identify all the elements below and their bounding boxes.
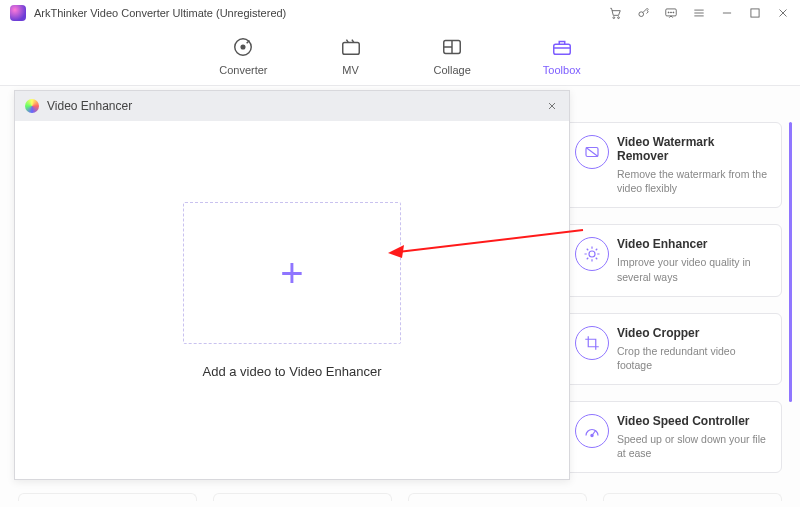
plus-icon: + (280, 253, 303, 293)
card-desc: Improve your video quality in several wa… (617, 255, 769, 283)
app-logo-icon (10, 5, 26, 21)
tab-label: Collage (434, 64, 471, 76)
tool-card-watermark-remover[interactable]: Video Watermark Remover Remove the water… (564, 122, 782, 208)
minimize-icon[interactable] (718, 4, 736, 22)
add-video-dropzone[interactable]: + (183, 202, 401, 344)
dialog-title: Video Enhancer (47, 99, 132, 113)
close-icon[interactable] (774, 4, 792, 22)
menu-icon[interactable] (690, 4, 708, 22)
svg-point-5 (671, 12, 672, 13)
tool-card-video-cropper[interactable]: Video Cropper Crop the redundant video f… (564, 313, 782, 385)
svg-point-14 (589, 251, 595, 257)
card-title: Video Cropper (617, 326, 769, 340)
card-desc: Remove the watermark from the video flex… (617, 167, 769, 195)
tab-label: Converter (219, 64, 267, 76)
svg-point-0 (613, 17, 615, 19)
card-desc: Speed up or slow down your file at ease (617, 432, 769, 460)
video-enhancer-dialog: Video Enhancer + Add a video to Video En… (14, 90, 570, 480)
svg-point-9 (242, 45, 246, 49)
toolbox-icon (551, 36, 573, 58)
key-icon[interactable] (634, 4, 652, 22)
svg-point-15 (591, 434, 593, 436)
tab-collage[interactable]: Collage (434, 36, 471, 76)
svg-point-4 (668, 12, 669, 13)
tab-toolbox[interactable]: Toolbox (543, 36, 581, 76)
dialog-close-button[interactable] (543, 97, 561, 115)
maximize-icon[interactable] (746, 4, 764, 22)
tab-mv[interactable]: MV (340, 36, 362, 76)
svg-point-1 (618, 17, 620, 19)
card-title: Video Enhancer (617, 237, 769, 251)
speed-controller-icon (575, 414, 609, 448)
app-title: ArkThinker Video Converter Ultimate (Unr… (34, 7, 286, 19)
scrollbar[interactable] (789, 122, 792, 402)
svg-point-2 (639, 12, 644, 17)
video-cropper-icon (575, 326, 609, 360)
card-desc: Crop the redundant video footage (617, 344, 769, 372)
tool-card-video-enhancer[interactable]: Video Enhancer Improve your video qualit… (564, 224, 782, 296)
converter-icon (232, 36, 254, 58)
mv-icon (340, 36, 362, 58)
svg-point-6 (673, 12, 674, 13)
palette-icon (25, 99, 39, 113)
tab-converter[interactable]: Converter (219, 36, 267, 76)
svg-rect-7 (751, 9, 759, 17)
video-enhancer-icon (575, 237, 609, 271)
dropzone-caption: Add a video to Video Enhancer (202, 364, 381, 379)
svg-rect-10 (342, 42, 359, 54)
tab-label: Toolbox (543, 64, 581, 76)
card-title: Video Speed Controller (617, 414, 769, 428)
card-title: Video Watermark Remover (617, 135, 769, 163)
watermark-remover-icon (575, 135, 609, 169)
bottom-row-partial (18, 493, 782, 501)
tab-label: MV (342, 64, 359, 76)
cart-icon[interactable] (606, 4, 624, 22)
collage-icon (441, 36, 463, 58)
svg-rect-12 (554, 44, 571, 54)
feedback-icon[interactable] (662, 4, 680, 22)
tool-card-speed-controller[interactable]: Video Speed Controller Speed up or slow … (564, 401, 782, 473)
